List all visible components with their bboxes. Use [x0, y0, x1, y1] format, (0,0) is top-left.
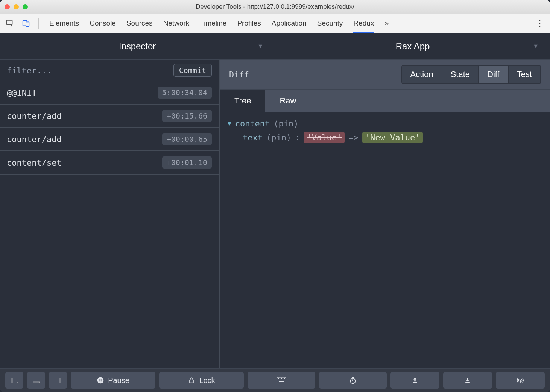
tab-application[interactable]: Application	[272, 14, 307, 33]
minimize-window-icon[interactable]	[14, 4, 19, 9]
chevron-down-icon: ▼	[257, 43, 263, 50]
app-title: Rax App	[396, 41, 430, 52]
inspector-title: Inspector	[119, 41, 156, 52]
device-toggle-icon[interactable]	[20, 17, 32, 30]
svg-rect-8	[59, 378, 61, 383]
svg-rect-22	[465, 382, 470, 383]
filter-row: Commit	[0, 60, 219, 81]
tab-console[interactable]: Console	[90, 14, 116, 33]
svg-rect-15	[280, 378, 280, 379]
lock-label: Lock	[199, 376, 215, 385]
actions-panel: Commit @@INIT 5:00:34.04 counter/add +00…	[0, 60, 220, 368]
svg-rect-12	[190, 380, 193, 383]
mode-label: Diff	[229, 70, 249, 79]
svg-rect-16	[281, 378, 282, 379]
mode-tab-test[interactable]: Test	[509, 66, 540, 83]
svg-rect-17	[283, 378, 283, 379]
action-time: +00:00.65	[162, 133, 212, 145]
filter-input[interactable]	[7, 66, 169, 75]
action-time: +00:01.10	[162, 156, 212, 169]
subtab-raw[interactable]: Raw	[265, 90, 310, 112]
subtab-tree[interactable]: Tree	[220, 90, 265, 112]
collapse-arrow-icon[interactable]: ▼	[228, 120, 231, 127]
tabs-overflow-icon[interactable]: »	[384, 19, 389, 27]
action-row[interactable]: content/set +00:01.10	[0, 151, 219, 175]
redux-panel: Inspector ▼ Rax App ▼ Commit @@INIT 5:00…	[0, 33, 550, 392]
action-list: @@INIT 5:00:34.04 counter/add +00:15.66 …	[0, 81, 219, 368]
tree-leaf[interactable]: text (pin): 'Value' => 'New Value'	[243, 132, 542, 143]
mode-tab-state[interactable]: State	[442, 66, 479, 83]
action-row[interactable]: counter/add +00:00.65	[0, 128, 219, 151]
diff-new-value: 'New Value'	[362, 132, 423, 143]
tab-profiles[interactable]: Profiles	[237, 14, 261, 33]
tree-node[interactable]: ▼ content (pin)	[228, 119, 542, 128]
action-row[interactable]: counter/add +00:15.66	[0, 105, 219, 128]
diff-tree: ▼ content (pin) text (pin): 'Value' => '…	[220, 112, 550, 368]
tree-key: text	[243, 133, 263, 142]
layout-right-icon[interactable]	[49, 372, 67, 389]
separator	[38, 18, 39, 29]
tab-redux[interactable]: Redux	[353, 14, 374, 33]
action-time: +00:15.66	[162, 110, 212, 122]
close-window-icon[interactable]	[5, 4, 10, 9]
lock-button[interactable]: Lock	[159, 372, 244, 389]
kebab-menu-icon[interactable]: ⋮	[533, 18, 546, 28]
mode-tab-diff[interactable]: Diff	[479, 66, 509, 83]
app-header[interactable]: Rax App ▼	[275, 33, 550, 60]
timer-button[interactable]	[319, 372, 387, 389]
layout-bottom-icon[interactable]	[27, 372, 45, 389]
mode-tabs: Action State Diff Test	[401, 65, 541, 84]
commit-button[interactable]: Commit	[173, 64, 212, 77]
sub-tabs: Tree Raw	[220, 90, 550, 112]
svg-rect-6	[33, 381, 40, 383]
element-picker-icon[interactable]	[4, 17, 17, 30]
tab-timeline[interactable]: Timeline	[200, 14, 226, 33]
action-name: @@INIT	[7, 88, 36, 97]
tree-note: (pin)	[273, 119, 298, 128]
panels-body: Commit @@INIT 5:00:34.04 counter/add +00…	[0, 60, 550, 368]
mode-tabs-row: Diff Action State Diff Test	[220, 60, 550, 90]
devtools-tabbar: Elements Console Sources Network Timelin…	[0, 14, 550, 33]
action-row[interactable]: @@INIT 5:00:34.04	[0, 81, 219, 105]
svg-text:A: A	[520, 381, 521, 383]
inspector-header[interactable]: Inspector ▼	[0, 33, 275, 60]
svg-rect-19	[279, 381, 284, 382]
svg-point-9	[97, 377, 104, 384]
tree-note: (pin)	[266, 133, 291, 142]
diff-arrow: =>	[348, 133, 359, 142]
action-name: counter/add	[7, 111, 62, 121]
svg-rect-2	[26, 22, 29, 26]
bottom-toolbar: Pause Lock A	[0, 368, 550, 392]
chevron-down-icon: ▼	[533, 43, 539, 50]
window-title: Developer Tools - http://127.0.0.1:9999/…	[0, 3, 550, 11]
svg-rect-21	[413, 382, 417, 383]
colon: :	[295, 133, 300, 142]
diff-old-value: 'Value'	[304, 132, 345, 143]
tab-network[interactable]: Network	[163, 14, 190, 33]
pause-label: Pause	[108, 376, 129, 385]
traffic-lights	[5, 4, 28, 9]
action-name: content/set	[7, 158, 62, 167]
svg-rect-10	[100, 379, 100, 382]
mode-tab-action[interactable]: Action	[402, 66, 442, 83]
tab-elements[interactable]: Elements	[49, 14, 79, 33]
svg-rect-11	[101, 379, 102, 382]
state-panel: Diff Action State Diff Test Tree Raw ▼ c…	[220, 60, 550, 368]
broadcast-button[interactable]: A	[496, 372, 545, 389]
svg-rect-13	[277, 377, 286, 383]
svg-rect-14	[278, 378, 279, 379]
maximize-window-icon[interactable]	[23, 4, 28, 9]
tree-key: content	[235, 119, 270, 128]
panel-headers: Inspector ▼ Rax App ▼	[0, 33, 550, 60]
svg-rect-4	[11, 378, 13, 383]
pause-button[interactable]: Pause	[71, 372, 155, 389]
layout-left-icon[interactable]	[5, 372, 23, 389]
devtools-tabs: Elements Console Sources Network Timelin…	[49, 14, 530, 33]
upload-button[interactable]	[390, 372, 439, 389]
download-button[interactable]	[443, 372, 492, 389]
action-time: 5:00:34.04	[158, 87, 212, 99]
tab-security[interactable]: Security	[317, 14, 343, 33]
action-name: counter/add	[7, 135, 62, 144]
tab-sources[interactable]: Sources	[126, 14, 153, 33]
keyboard-button[interactable]	[248, 372, 315, 389]
